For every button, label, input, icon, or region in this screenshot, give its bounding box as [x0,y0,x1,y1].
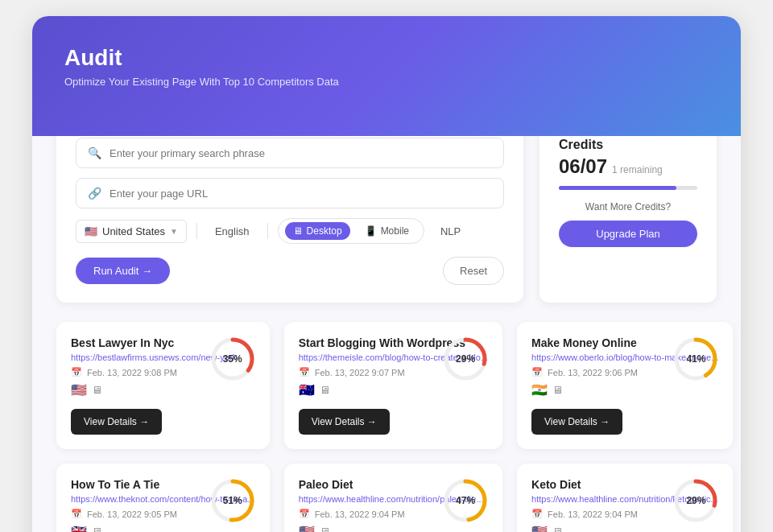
search-icon: 🔍 [88,146,101,159]
calendar-icon: 📅 [531,367,543,377]
result-flags: 🇦🇺 🖥 [299,382,488,398]
score-label: 41% [686,353,705,365]
country-label: United States [102,225,165,237]
reset-button[interactable]: Reset [443,257,504,285]
upgrade-label: Upgrade Plan [596,228,660,240]
link-icon: 🔗 [88,187,101,200]
view-details-label: View Details → [84,416,149,427]
score-donut: 29% [672,476,720,525]
score-donut: 29% [441,335,490,383]
language-label: English [207,221,258,242]
result-flags: 🇺🇸 🖥 [71,382,255,398]
result-flags: 🇺🇸 🖥 [299,524,488,532]
result-date: Feb. 13, 2022 9:06 PM [548,368,638,377]
desktop-label: Desktop [307,225,342,237]
credits-bar-fill [559,186,676,190]
country-flag-icon: 🇺🇸 [299,524,315,532]
header-banner: Audit Optimize Your Existing Page With T… [32,16,741,136]
credits-count: 06/07 [559,155,607,178]
result-flags: 🇮🇳 🖥 [531,382,718,398]
divider2 [267,223,268,239]
view-details-label: View Details → [312,416,377,427]
country-flag-icon: 🇺🇸 [71,382,87,398]
page-title: Audit [64,45,709,71]
calendar-icon: 📅 [299,367,310,377]
view-details-button[interactable]: View Details → [531,409,622,435]
result-date: Feb. 13, 2022 9:08 PM [87,368,177,377]
score-label: 29% [456,353,475,365]
result-flags: 🇬🇧 🖥 [71,524,255,532]
result-flags: 🇺🇸 🖥 [531,524,718,532]
score-label: 35% [223,353,242,365]
main-card: Audit Optimize Your Existing Page With T… [32,16,741,532]
view-details-button[interactable]: View Details → [299,409,390,435]
result-date: Feb. 13, 2022 9:07 PM [315,368,405,377]
calendar-icon: 📅 [71,367,82,377]
results-grid: Best Lawyer In Nyc https://bestlawfirms.… [56,322,717,532]
score-label: 47% [456,495,475,506]
score-donut: 51% [209,476,257,525]
score-donut: 47% [441,476,490,525]
search-input[interactable] [110,147,492,159]
result-card: Keto Diet https://www.healthline.com/nut… [517,464,733,532]
run-audit-label: Run Audit → [93,265,152,277]
credits-remaining: 1 remaining [612,164,663,175]
mobile-button[interactable]: 📱 Mobile [357,222,417,240]
country-flag-icon: 🇦🇺 [299,382,315,398]
score-label: 29% [686,495,705,506]
result-date: Feb. 13, 2022 9:04 PM [315,509,405,519]
credits-card: Credits 06/07 1 remaining Want More Cred… [539,120,717,303]
calendar-icon: 📅 [299,509,310,519]
score-donut: 41% [672,335,720,383]
view-details-button[interactable]: View Details → [71,409,162,435]
divider [196,223,197,239]
country-flag-icon: 🇺🇸 [531,524,548,532]
controls-row: 🇺🇸 United States ▼ English 🖥 Desktop � [76,218,504,244]
result-date: Feb. 13, 2022 9:04 PM [548,509,638,519]
desktop-button[interactable]: 🖥 Desktop [285,222,350,240]
result-card: Best Lawyer In Nyc https://bestlawfirms.… [56,322,270,449]
form-card: 🔍 🔗 🇺🇸 United States ▼ English [56,120,523,303]
result-date: Feb. 13, 2022 9:05 PM [87,509,177,519]
device-icon: 🖥 [320,384,330,396]
view-details-label: View Details → [544,416,610,427]
device-icon: 🖥 [320,526,330,532]
run-audit-button[interactable]: Run Audit → [76,258,170,284]
reset-label: Reset [460,265,487,277]
credits-bar [559,186,697,190]
nlp-label[interactable]: NLP [434,225,467,237]
score-label: 51% [223,495,242,506]
result-card: Paleo Diet https://www.healthline.com/nu… [284,464,502,532]
url-input[interactable] [110,188,492,200]
country-flag: 🇺🇸 [85,225,97,237]
upgrade-button[interactable]: Upgrade Plan [559,221,697,247]
chevron-down-icon: ▼ [170,227,178,236]
form-credits-row: 🔍 🔗 🇺🇸 United States ▼ English [56,120,717,303]
calendar-icon: 📅 [531,509,543,519]
search-input-row[interactable]: 🔍 [76,138,504,168]
want-more-text: Want More Credits? [559,201,697,212]
device-icon: 🖥 [92,526,102,532]
actions-row: Run Audit → Reset [76,257,504,285]
country-flag-icon: 🇬🇧 [71,524,87,532]
result-card: How To Tie A Tie https://www.theknot.com… [56,464,270,532]
country-selector[interactable]: 🇺🇸 United States ▼ [76,220,187,243]
score-donut: 35% [209,335,257,383]
result-card: Start Blogging With Wordpress https://th… [284,322,502,449]
device-icon: 🖥 [92,384,102,396]
device-icon: 🖥 [552,384,563,396]
mobile-label: Mobile [381,225,409,237]
country-flag-icon: 🇮🇳 [531,382,548,398]
calendar-icon: 📅 [71,509,82,519]
url-input-row[interactable]: 🔗 [76,178,504,208]
content-area: 🔍 🔗 🇺🇸 United States ▼ English [32,136,741,532]
device-toggle: 🖥 Desktop 📱 Mobile [278,218,424,244]
credits-title: Credits [559,138,697,152]
mobile-icon: 📱 [365,225,377,237]
page-subtitle: Optimize Your Existing Page With Top 10 … [64,76,709,88]
result-card: Make Money Online https://www.oberlo.io/… [517,322,733,449]
device-icon: 🖥 [552,526,563,532]
desktop-icon: 🖥 [293,225,303,237]
